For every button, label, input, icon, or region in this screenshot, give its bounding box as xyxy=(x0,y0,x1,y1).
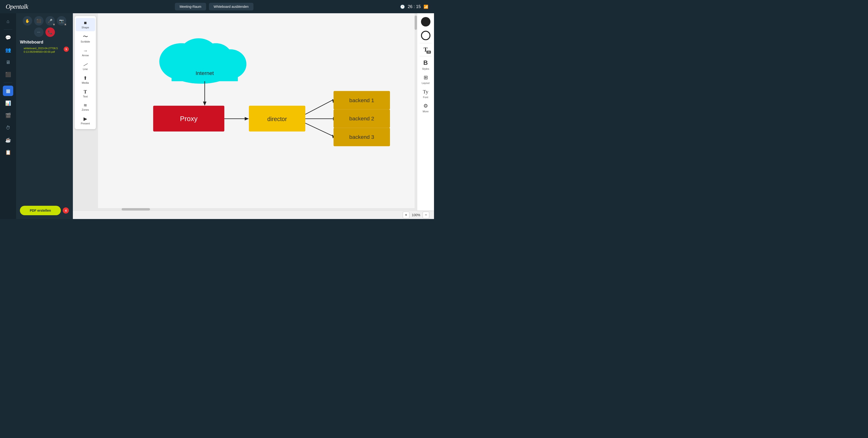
layout-item[interactable]: ⊞ Layout xyxy=(418,73,433,86)
font-item[interactable]: Ty Font xyxy=(418,87,433,101)
clock-icon: 🕐 xyxy=(400,4,405,9)
more-label: More xyxy=(423,110,429,113)
vertical-scrollbar[interactable] xyxy=(414,13,417,210)
zones-icon: ≋ xyxy=(84,103,87,107)
svg-marker-8 xyxy=(203,101,207,106)
hide-whiteboard-button[interactable]: Whiteboard ausblenden xyxy=(209,3,253,10)
scribble-tool-item[interactable]: 〜 Scribble xyxy=(76,32,95,45)
layout-icon: ⊞ xyxy=(424,74,428,81)
app-logo: Opentalk xyxy=(6,3,28,10)
director-text: director xyxy=(267,116,287,122)
left-sidebar: ⌂ 💬 👥 🖥 ⬛ ▦ 📊 🎬 ⏱ ☕ 📋 xyxy=(0,13,16,219)
present-tool-item[interactable]: ▶ Present xyxy=(76,114,95,127)
right-toolbar: T 36 B Styles ⊞ Layout Ty F xyxy=(417,13,434,210)
text-label: Text xyxy=(83,95,88,98)
left-panel: ✋ ⬛ 🎤 ▾ 📷 ▾ ··· 📞 Whiteboard whiteboard_… xyxy=(16,13,73,219)
scribble-icon: 〜 xyxy=(83,34,88,39)
stroke-color-item[interactable] xyxy=(418,29,433,42)
canvas-area[interactable]: Internet Proxy director xyxy=(98,13,417,210)
sidebar-item-chat[interactable]: 💬 xyxy=(3,32,13,43)
pdf-badge: 4 xyxy=(63,207,69,213)
fill-color-item[interactable] xyxy=(418,15,433,28)
zoom-out-button[interactable]: − xyxy=(423,212,429,218)
screen-share-button[interactable]: ⬛ xyxy=(34,16,43,26)
font-label: Font xyxy=(423,96,428,99)
line-icon: — xyxy=(82,61,89,67)
file-badge: 5 xyxy=(64,46,69,52)
topbar-right: 🕐 26 : 15 📶 xyxy=(400,4,428,9)
font-size-item[interactable]: T 36 xyxy=(418,44,433,55)
arrow-icon: → xyxy=(83,48,88,53)
end-call-button[interactable]: 📞 xyxy=(45,27,55,37)
styles-item[interactable]: B Styles xyxy=(418,57,433,72)
stroke-color-swatch xyxy=(421,31,430,40)
font-icon: Ty xyxy=(423,89,428,95)
media-label: Media xyxy=(82,81,89,84)
call-controls: ✋ ⬛ 🎤 ▾ 📷 ▾ ··· 📞 xyxy=(16,16,73,40)
camera-button[interactable]: 📷 ▾ xyxy=(57,16,66,26)
arrow-tool-item[interactable]: → Arrow xyxy=(76,46,95,59)
fill-color-swatch xyxy=(421,17,430,27)
whiteboard-svg: Internet Proxy director xyxy=(98,13,417,210)
sidebar-item-whiteboard[interactable]: ▦ xyxy=(3,86,13,96)
horizontal-scrollbar-thumb[interactable] xyxy=(122,208,150,210)
backend1-text: backend 1 xyxy=(349,97,374,103)
create-pdf-button[interactable]: PDF erstellen xyxy=(20,206,61,215)
sidebar-item-timer[interactable]: ⏱ xyxy=(3,123,13,133)
sidebar-divider-1 xyxy=(4,29,12,30)
toolbar-divider-2 xyxy=(420,56,432,56)
sidebar-item-notes[interactable]: 📋 xyxy=(3,147,13,158)
raise-hand-button[interactable]: ✋ xyxy=(23,16,32,26)
main-content: ⌂ 💬 👥 🖥 ⬛ ▦ 📊 🎬 ⏱ ☕ 📋 ✋ ⬛ 🎤 ▾ 📷 ▾ ··· 📞 xyxy=(0,13,434,219)
media-icon: ⬆ xyxy=(83,76,87,80)
sidebar-divider-2 xyxy=(4,82,12,83)
panel-title: Whiteboard xyxy=(16,40,73,46)
proxy-text: Proxy xyxy=(180,115,198,123)
topbar: Opentalk Meeting-Raum Whiteboard ausblen… xyxy=(0,0,434,13)
whiteboard-container: ■ Shape 〜 Scribble → Arrow — Line ⬆ Me xyxy=(73,13,434,219)
sidebar-item-recordings[interactable]: 🎬 xyxy=(3,110,13,121)
svg-line-11 xyxy=(305,100,334,114)
topbar-center: Meeting-Raum Whiteboard ausblenden xyxy=(175,3,253,10)
sidebar-item-home[interactable]: ⌂ xyxy=(3,16,13,27)
more-item[interactable]: ⚙ More xyxy=(418,101,433,115)
sidebar-item-stats[interactable]: 📊 xyxy=(3,98,13,108)
pdf-btn-area: PDF erstellen 4 xyxy=(16,202,73,219)
sidebar-item-coffee[interactable]: ☕ xyxy=(3,135,13,145)
more-icon: ⚙ xyxy=(423,103,428,109)
meeting-room-button[interactable]: Meeting-Raum xyxy=(175,3,206,10)
mic-button[interactable]: 🎤 ▾ xyxy=(45,16,55,26)
tool-panel: ■ Shape 〜 Scribble → Arrow — Line ⬆ Me xyxy=(75,16,96,129)
backend3-text: backend 3 xyxy=(349,134,374,140)
more-controls-button[interactable]: ··· xyxy=(34,27,43,37)
zoom-in-button[interactable]: + xyxy=(403,212,409,218)
text-icon: T xyxy=(84,90,87,94)
present-label: Present xyxy=(81,122,90,125)
line-tool-item[interactable]: — Line xyxy=(76,60,95,73)
svg-line-15 xyxy=(305,123,334,136)
sidebar-item-screenshare[interactable]: 🖥 xyxy=(3,57,13,67)
arrow-label: Arrow xyxy=(82,54,89,57)
text-tool-item[interactable]: T Text xyxy=(76,87,95,100)
shape-tool-item[interactable]: ■ Shape xyxy=(76,18,95,31)
styles-label: Styles xyxy=(422,67,429,70)
layout-label: Layout xyxy=(422,81,430,85)
font-size-badge: 36 xyxy=(427,50,431,54)
zoom-level: 100% xyxy=(411,213,421,217)
zones-tool-item[interactable]: ≋ Zones xyxy=(76,101,95,113)
zones-label: Zones xyxy=(82,108,89,111)
media-tool-item[interactable]: ⬆ Media xyxy=(76,73,95,87)
shape-label: Shape xyxy=(82,26,89,29)
backend2-text: backend 2 xyxy=(349,115,374,122)
whiteboard-inner: ■ Shape 〜 Scribble → Arrow — Line ⬆ Me xyxy=(73,13,434,210)
timer-display: 26 : 15 xyxy=(408,4,421,9)
font-size-display: T 36 xyxy=(424,46,428,53)
vertical-scrollbar-thumb[interactable] xyxy=(414,15,417,30)
bottom-bar: + 100% − xyxy=(73,210,434,219)
svg-marker-10 xyxy=(245,117,249,121)
sidebar-item-apps[interactable]: ⬛ xyxy=(3,69,13,80)
present-icon: ▶ xyxy=(84,116,87,121)
sidebar-item-participants[interactable]: 👥 xyxy=(3,45,13,55)
horizontal-scrollbar[interactable] xyxy=(98,208,414,210)
toolbar-divider-1 xyxy=(420,43,432,43)
